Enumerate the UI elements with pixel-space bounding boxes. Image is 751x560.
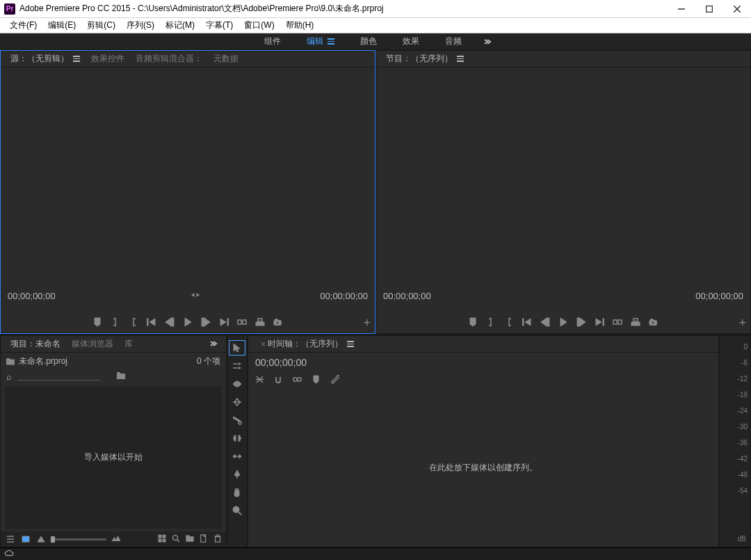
pen-tool-icon[interactable]	[229, 467, 245, 482]
step-back-icon[interactable]	[540, 317, 550, 329]
tab-source[interactable]: 源：（无剪辑）	[5, 51, 86, 67]
maximize-button[interactable]	[695, 0, 723, 18]
jump-end-icon[interactable]	[595, 317, 604, 329]
project-empty-hint[interactable]: 导入媒体以开始	[5, 386, 222, 529]
svg-rect-30	[577, 318, 579, 326]
menu-marker[interactable]: 标记(M)	[160, 18, 200, 33]
menu-sequence[interactable]: 序列(S)	[121, 18, 160, 33]
status-strip	[0, 547, 751, 560]
menu-window[interactable]: 窗口(W)	[239, 18, 280, 33]
step-back-icon[interactable]	[165, 317, 175, 329]
jump-end-icon[interactable]	[219, 317, 229, 329]
export-frame-icon[interactable]	[649, 317, 659, 329]
set-out-icon[interactable]	[129, 317, 138, 329]
tools-panel	[227, 335, 248, 547]
selection-tool-icon[interactable]	[229, 340, 245, 355]
only-video-icon[interactable]	[191, 291, 200, 301]
program-timecode-right[interactable]: 00;00;00;00	[695, 291, 743, 301]
set-out-icon[interactable]	[504, 317, 514, 329]
add-button[interactable]: +	[738, 317, 746, 329]
workspace-color[interactable]: 颜色	[348, 33, 389, 50]
workspace-assembly[interactable]: 组件	[252, 33, 293, 50]
find-icon[interactable]	[172, 534, 180, 545]
menu-clip[interactable]: 剪辑(C)	[81, 18, 121, 33]
extract-icon[interactable]	[631, 317, 640, 329]
creative-cloud-icon[interactable]	[4, 548, 14, 560]
source-timecode-left[interactable]: 00;00;00;00	[8, 291, 56, 301]
slide-tool-icon[interactable]	[229, 449, 245, 464]
play-icon[interactable]	[558, 317, 568, 329]
menu-file[interactable]: 文件(F)	[4, 18, 42, 33]
fit-to-frame-icon[interactable]	[176, 291, 184, 301]
new-bin-icon[interactable]	[186, 534, 194, 545]
workspace-audio[interactable]: 音频	[433, 33, 474, 50]
tab-project[interactable]: 项目：未命名	[5, 337, 66, 352]
search-icon[interactable]: ⌕	[6, 371, 12, 382]
tab-audio-mixer[interactable]: 音频剪辑混合器：	[130, 51, 208, 67]
svg-rect-36	[633, 319, 638, 321]
svg-rect-39	[651, 319, 654, 321]
track-select-tool-icon[interactable]	[229, 358, 245, 374]
hand-tool-icon[interactable]	[229, 485, 245, 500]
workspace-effects[interactable]: 效果	[390, 33, 432, 50]
zoom-tool-icon[interactable]	[229, 503, 245, 518]
step-forward-icon[interactable]	[576, 317, 586, 329]
linked-selection-icon[interactable]	[293, 375, 302, 386]
program-timecode-left[interactable]: 00;00;00;00	[383, 291, 431, 301]
tab-libraries[interactable]: 库	[119, 337, 138, 352]
tab-menu-icon[interactable]	[457, 56, 464, 62]
insert-overwrite-seq-icon[interactable]	[255, 375, 264, 386]
tab-close-icon[interactable]: ×	[261, 339, 266, 349]
jump-start-icon[interactable]	[522, 317, 532, 329]
project-overflow-button[interactable]	[205, 339, 222, 349]
minimize-button[interactable]	[668, 0, 695, 18]
close-button[interactable]	[723, 0, 751, 18]
menu-titles[interactable]: 字幕(T)	[200, 18, 239, 33]
tab-program[interactable]: 节目：（无序列）	[380, 51, 469, 67]
source-timecode-right[interactable]: 00;00;00;00	[320, 291, 368, 301]
tab-media-browser[interactable]: 媒体浏览器	[66, 337, 119, 352]
insert-icon[interactable]	[237, 317, 247, 329]
ripple-edit-tool-icon[interactable]	[229, 376, 245, 392]
timeline-empty-hint[interactable]: 在此处放下媒体以创建序列。	[248, 389, 718, 547]
tab-timeline[interactable]: × 时间轴：（无序列）	[252, 337, 360, 352]
audio-meter-panel: 0 -6 -12 -18 -24 -30 -36 -42 -48 -54 dB	[719, 335, 751, 547]
rate-stretch-tool-icon[interactable]	[229, 394, 245, 410]
export-frame-icon[interactable]	[273, 317, 283, 329]
add-button[interactable]: +	[363, 317, 371, 329]
search-bin-icon[interactable]	[116, 371, 126, 382]
tab-menu-icon[interactable]	[73, 56, 80, 62]
add-marker-icon[interactable]	[312, 375, 321, 386]
tab-effect-controls[interactable]: 效果控件	[86, 51, 130, 67]
freeform-view-icon[interactable]	[35, 534, 47, 545]
play-icon[interactable]	[183, 317, 193, 329]
slip-tool-icon[interactable]	[229, 431, 245, 446]
tab-metadata[interactable]: 元数据	[208, 51, 244, 67]
zoom-max-icon[interactable]	[111, 534, 122, 545]
jump-start-icon[interactable]	[147, 317, 156, 329]
marker-icon[interactable]	[92, 317, 102, 329]
step-forward-icon[interactable]	[201, 317, 211, 329]
razor-tool-icon[interactable]	[229, 413, 245, 428]
timeline-settings-icon[interactable]	[330, 375, 339, 386]
set-in-icon[interactable]	[111, 317, 120, 329]
snap-icon[interactable]	[274, 375, 283, 386]
workspace-editing[interactable]: 编辑	[294, 33, 347, 50]
new-item-icon[interactable]	[200, 534, 208, 545]
marker-icon[interactable]	[468, 317, 478, 329]
thumbnail-view-icon[interactable]	[20, 534, 31, 545]
menu-edit[interactable]: 编辑(E)	[42, 18, 81, 33]
lift-icon[interactable]	[613, 317, 622, 329]
delete-icon[interactable]	[213, 534, 222, 545]
workspace-overflow-button[interactable]	[475, 33, 500, 50]
timeline-timecode[interactable]: 00;00;00;00	[255, 357, 711, 368]
menu-help[interactable]: 帮助(H)	[280, 18, 320, 33]
workspace-menu-icon[interactable]	[328, 38, 334, 45]
set-in-icon[interactable]	[486, 317, 496, 329]
zoom-slider[interactable]	[51, 538, 106, 541]
search-input[interactable]	[17, 380, 101, 381]
overwrite-icon[interactable]	[255, 317, 265, 329]
list-view-icon[interactable]	[5, 534, 16, 545]
tab-menu-icon[interactable]	[347, 341, 354, 347]
sort-icon[interactable]	[158, 534, 166, 545]
